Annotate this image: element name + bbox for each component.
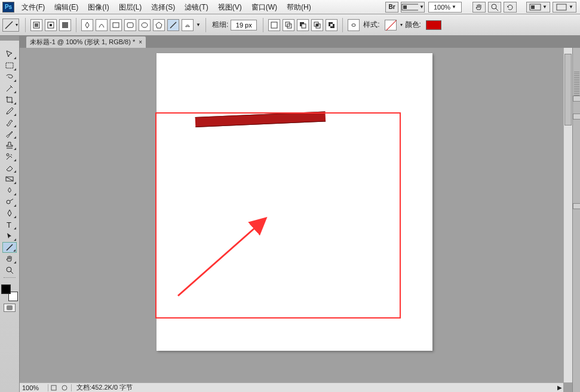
brush-tool[interactable] [2,128,17,139]
gradient-tool[interactable] [2,174,17,185]
svg-rect-22 [302,24,306,28]
status-icon-1[interactable] [50,384,58,391]
drawn-line-shape [195,111,326,127]
svg-rect-14 [127,23,133,27]
status-bar: 100% 文档:452.2K/0 字节 ▶ [20,382,563,392]
custom-shape-icon[interactable] [182,19,194,31]
ps-logo: Ps [2,2,14,13]
close-icon[interactable]: × [139,39,142,45]
path-select-tool[interactable] [2,231,17,241]
stamp-tool[interactable] [2,140,17,151]
menu-file[interactable]: 文件(F) [17,1,50,14]
options-bar: ▾ ▼ 粗细: 样式: ▾ 颜色: [0,14,580,36]
svg-line-38 [11,271,13,274]
eraser-tool[interactable] [2,163,17,173]
polygon-shape-icon[interactable] [153,19,165,31]
svg-point-15 [142,23,148,27]
crop-tool[interactable] [2,94,17,105]
menu-edit[interactable]: 编辑(E) [50,1,83,14]
move-tool[interactable] [2,49,17,60]
svg-point-31 [7,154,9,156]
combine-intersect[interactable] [311,19,323,31]
history-brush-tool[interactable] [2,151,17,162]
fillpixels-mode[interactable] [59,19,71,31]
svg-line-7 [5,22,13,29]
menu-filter[interactable]: 滤镜(T) [180,1,213,14]
rotate-icon[interactable] [504,2,517,13]
menu-window[interactable]: 窗口(W) [247,1,282,14]
svg-line-34 [10,199,13,201]
dock-toggle-3[interactable] [573,203,580,209]
screenmode-button[interactable]: ▼ [553,2,576,13]
svg-line-3 [496,8,498,11]
weight-label: 粗细: [212,20,228,30]
hand-tool[interactable] [2,253,17,264]
status-zoom[interactable]: 100% [20,384,48,391]
document-canvas[interactable] [156,53,432,351]
weight-input[interactable] [231,20,257,30]
zoom-icon[interactable] [488,2,501,13]
svg-rect-25 [316,24,318,26]
zoom-tool[interactable] [2,265,17,275]
combine-subtract[interactable] [297,19,309,31]
marquee-tool[interactable] [2,60,17,71]
rect-shape-icon[interactable] [110,19,122,31]
svg-point-41 [62,385,67,390]
blur-tool[interactable] [2,185,17,196]
svg-line-36 [7,244,13,250]
svg-point-37 [7,267,11,272]
combine-new[interactable] [268,19,280,31]
menu-view[interactable]: 视图(V) [213,1,247,14]
tab-title: 未标题-1 @ 100% (形状 1, RGB/8) * [30,38,135,47]
eyedropper-tool[interactable] [2,106,17,117]
color-label: 颜色: [405,20,421,30]
pen-tool[interactable] [2,208,17,219]
dock-toggle-1[interactable] [573,96,580,102]
link-icon[interactable] [348,19,360,31]
vertical-scrollbar[interactable] [563,48,572,382]
menu-layer[interactable]: 图层(L) [114,1,147,14]
color-swatch[interactable] [426,20,441,30]
svg-point-2 [492,4,496,9]
dodge-tool[interactable] [2,197,17,207]
hand-icon[interactable] [472,2,486,13]
document-tab[interactable]: 未标题-1 @ 100% (形状 1, RGB/8) * × [26,36,146,48]
menu-help[interactable]: 帮助(H) [282,1,316,14]
combine-exclude[interactable] [326,19,337,31]
freeform-pen-icon[interactable] [96,19,108,31]
pen-icon[interactable] [81,19,93,31]
svg-line-17 [170,22,176,28]
canvas-area[interactable]: 100% 文档:452.2K/0 字节 ▶ [20,36,572,392]
shape-layers-mode[interactable] [30,19,42,31]
zoom-dropdown[interactable]: 100%▼ [428,2,462,13]
style-label: 样式: [363,20,379,30]
roundrect-shape-icon[interactable] [124,19,136,31]
line-shape-icon[interactable] [167,19,179,31]
tool-preset[interactable]: ▾ [2,19,19,32]
miniview-button[interactable]: ▼ [401,2,425,13]
svg-marker-16 [156,22,162,28]
document-tabs: 未标题-1 @ 100% (形状 1, RGB/8) * × [0,36,580,48]
arrange-button[interactable]: ▼ [526,2,550,13]
line-tool[interactable] [2,242,17,253]
ellipse-shape-icon[interactable] [139,19,151,31]
status-docinfo[interactable]: 文档:452.2K/0 字节 [73,383,136,392]
color-swatches[interactable] [1,284,18,301]
lasso-tool[interactable] [2,72,17,82]
wand-tool[interactable] [2,83,17,94]
fg-color[interactable] [1,284,11,294]
combine-add[interactable] [283,19,294,31]
status-arrow-icon[interactable]: ▶ [556,384,563,391]
paths-mode[interactable] [45,19,57,31]
svg-rect-18 [271,22,277,28]
bridge-button[interactable]: Br [385,2,398,13]
menu-image[interactable]: 图像(I) [83,1,113,14]
type-tool[interactable]: T [2,219,17,230]
status-icon-2[interactable] [60,384,69,391]
heal-tool[interactable] [2,117,17,128]
menu-select[interactable]: 选择(S) [146,1,180,14]
style-swatch[interactable] [385,20,397,30]
quickmask-button[interactable] [4,304,16,312]
dock-toggle-2[interactable] [573,114,580,120]
svg-rect-29 [6,63,13,68]
